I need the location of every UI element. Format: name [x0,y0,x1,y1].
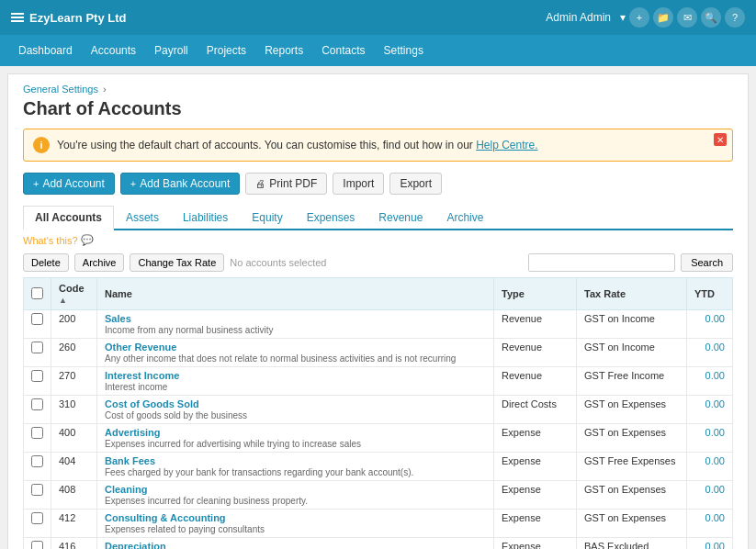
row-name-4: Advertising Expenses incurred for advert… [97,424,494,453]
nav-reports[interactable]: Reports [255,35,312,66]
search-input[interactable] [528,253,675,272]
tab-revenue[interactable]: Revenue [367,206,434,230]
row-name-8: Depreciation The amount of the asset's c… [97,538,494,550]
account-name-link-0[interactable]: Sales [105,313,486,324]
mail-icon[interactable]: ✉ [677,7,697,28]
row-check-2[interactable] [31,370,43,382]
row-check-6[interactable] [31,484,43,496]
row-code-2: 270 [51,367,97,396]
table-row: 400 Advertising Expenses incurred for ad… [24,424,733,453]
account-name-link-2[interactable]: Interest Income [105,370,486,381]
row-type-6: Expense [494,481,577,510]
row-check-1[interactable] [31,342,43,353]
table-row: 412 Consulting & Accounting Expenses rel… [24,510,733,538]
row-code-8: 416 [51,538,97,550]
row-checkbox-2[interactable] [24,367,51,396]
table-row: 310 Cost of Goods Sold Cost of goods sol… [24,396,733,424]
nav-accounts[interactable]: Accounts [82,35,145,66]
row-checkbox-6[interactable] [24,481,51,510]
row-tax-0: GST on Income [577,310,687,339]
row-ytd-0: 0.00 [687,310,733,339]
row-check-7[interactable] [31,512,43,524]
header-tax-rate: Tax Rate [577,278,687,310]
tab-assets[interactable]: Assets [114,206,171,230]
row-checkbox-0[interactable] [24,310,51,339]
tab-liabilities[interactable]: Liabilities [171,206,240,230]
row-checkbox-7[interactable] [24,510,51,538]
account-desc-6: Expenses incurred for cleaning business … [105,496,486,506]
change-tax-rate-button[interactable]: Change Tax Rate [130,253,224,272]
account-name-link-3[interactable]: Cost of Goods Sold [105,398,486,409]
row-code-7: 412 [51,510,97,538]
row-check-4[interactable] [31,427,43,439]
row-check-8[interactable] [31,541,43,549]
header-code[interactable]: Code ▲ [51,278,97,310]
print-pdf-button[interactable]: 🖨 Print PDF [245,173,327,195]
help-icon[interactable]: ? [725,7,745,28]
tab-expenses[interactable]: Expenses [295,206,367,230]
folder-icon[interactable]: 📁 [653,7,673,28]
banner-close[interactable]: ✕ [714,133,727,146]
add-bank-account-button[interactable]: + Add Bank Account [120,173,241,195]
header-right: Admin Admin ▾ + 📁 ✉ 🔍 ? [546,7,745,28]
row-ytd-3: 0.00 [687,396,733,424]
nav-dashboard[interactable]: Dashboard [9,35,82,66]
admin-name: Admin Admin [546,11,611,24]
tabs: All Accounts Assets Liabilities Equity E… [23,206,733,230]
whats-this[interactable]: What's this? 💬 [23,234,733,246]
import-button[interactable]: Import [333,173,384,195]
sort-icon: ▲ [59,296,67,305]
nav-payroll[interactable]: Payroll [145,35,197,66]
nav-settings[interactable]: Settings [375,35,433,66]
row-code-0: 200 [51,310,97,339]
row-ytd-8: 0.00 [687,538,733,550]
row-ytd-6: 0.00 [687,481,733,510]
account-name-link-6[interactable]: Cleaning [105,484,486,495]
account-desc-5: Fees charged by your bank for transactio… [105,467,486,477]
row-check-5[interactable] [31,455,43,467]
row-check-0[interactable] [31,313,43,325]
account-name-link-4[interactable]: Advertising [105,427,486,438]
row-code-6: 408 [51,481,97,510]
tab-archive[interactable]: Archive [434,206,495,230]
nav-projects[interactable]: Projects [197,35,255,66]
row-checkbox-8[interactable] [24,538,51,550]
header-checkbox[interactable] [24,278,51,310]
account-name-link-7[interactable]: Consulting & Accounting [105,512,486,523]
tab-equity[interactable]: Equity [240,206,294,230]
account-desc-4: Expenses incurred for advertising while … [105,439,486,449]
row-checkbox-3[interactable] [24,396,51,424]
account-name-link-5[interactable]: Bank Fees [105,455,486,466]
breadcrumb-parent[interactable]: General Settings [23,84,98,95]
row-checkbox-5[interactable] [24,453,51,481]
export-button[interactable]: Export [389,173,442,195]
row-checkbox-1[interactable] [24,339,51,367]
add-account-button[interactable]: + Add Account [23,173,115,195]
delete-button[interactable]: Delete [23,253,69,272]
row-checkbox-4[interactable] [24,424,51,453]
archive-button[interactable]: Archive [74,253,125,272]
nav-bar: Dashboard Accounts Payroll Projects Repo… [0,35,756,66]
account-desc-3: Cost of goods sold by the business [105,410,486,420]
row-code-3: 310 [51,396,97,424]
help-centre-link[interactable]: Help Centre. [476,139,537,151]
info-banner: i You're using the default chart of acco… [23,129,733,162]
tab-all-accounts[interactable]: All Accounts [23,206,114,230]
plus-icon[interactable]: + [629,7,649,28]
select-all-checkbox[interactable] [31,287,43,299]
table-controls: Delete Archive Change Tax Rate No accoun… [23,253,733,272]
account-name-link-8[interactable]: Depreciation [105,541,486,549]
company-name: EzyLearn Pty Ltd [29,11,126,25]
row-check-3[interactable] [31,398,43,410]
search-icon[interactable]: 🔍 [701,7,721,28]
breadcrumb: General Settings › [23,84,733,95]
account-name-link-1[interactable]: Other Revenue [105,342,486,353]
row-ytd-1: 0.00 [687,339,733,367]
account-desc-0: Income from any normal business activity [105,325,486,335]
admin-dropdown-icon[interactable]: ▾ [620,11,626,24]
search-button[interactable]: Search [681,253,733,272]
table-row: 404 Bank Fees Fees charged by your bank … [24,453,733,481]
nav-contacts[interactable]: Contacts [312,35,374,66]
whats-this-icon: 💬 [81,234,94,246]
row-code-4: 400 [51,424,97,453]
